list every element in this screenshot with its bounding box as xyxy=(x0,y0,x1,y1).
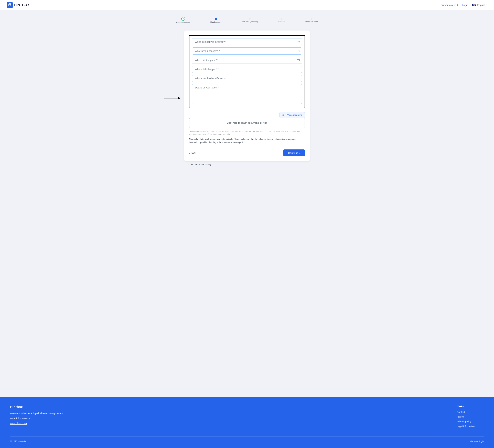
location-field xyxy=(192,66,302,73)
location-input-wrapper[interactable] xyxy=(192,66,302,73)
footer-copyright: © 2023 lawcode xyxy=(10,440,26,443)
step-3-circle xyxy=(249,18,251,20)
login-link[interactable]: Login xyxy=(462,4,468,6)
back-chevron-icon: ‹ xyxy=(189,152,190,154)
step-2-circle xyxy=(215,18,217,20)
footer-links-title: Links xyxy=(457,405,484,408)
svg-rect-2 xyxy=(297,59,299,61)
connector-4 xyxy=(285,19,305,19)
company-field: ▾ Which company is involved? * xyxy=(192,38,302,45)
step-4-label: Consent xyxy=(278,21,285,23)
location-input[interactable] xyxy=(192,66,302,73)
voice-recording-label: + Voice recording xyxy=(285,114,302,116)
language-label: English xyxy=(477,4,485,6)
arrow-line xyxy=(164,98,178,98)
step-5-label: Review & send xyxy=(305,21,318,23)
details-field xyxy=(192,84,302,105)
main-content: ✓ Reconnaissance Create report Your data… xyxy=(0,10,494,397)
footer-brand-link[interactable]: www.hintbox.de xyxy=(10,422,27,425)
step-5-circle xyxy=(311,18,312,20)
connector-3 xyxy=(258,19,278,19)
step-reconnaissance: ✓ Reconnaissance xyxy=(176,17,190,24)
concern-field: ▾ What is your concern? * xyxy=(192,47,302,55)
back-label: Back xyxy=(191,152,196,154)
footer-brand-name: Hintbox xyxy=(10,405,443,409)
submit-report-link[interactable]: Submit a report xyxy=(441,4,458,6)
step-1-label: Reconnaissance xyxy=(176,22,190,24)
connector-2 xyxy=(221,19,242,19)
connector-1 xyxy=(190,19,210,19)
file-types-text: Supported file types: avi, bmp, css, fla… xyxy=(189,130,305,136)
navbar: HINTBOX Submit a report Login English ▾ xyxy=(0,0,494,10)
concern-select[interactable] xyxy=(192,47,302,55)
footer-imprint-link[interactable]: Imprint xyxy=(457,415,484,418)
chevron-down-icon: ▾ xyxy=(486,4,487,6)
form-navigation: ‹ Back Continue › xyxy=(189,148,305,156)
footer-bottom: © 2023 lawcode Manager login xyxy=(10,436,484,443)
step-consent: Consent xyxy=(278,17,285,23)
form-inner-box: ▾ Which company is involved? * ▾ What is… xyxy=(189,35,305,108)
footer-contact-link[interactable]: Contact xyxy=(457,411,484,413)
step-4-circle xyxy=(281,18,282,20)
stepper: ✓ Reconnaissance Create report Your data… xyxy=(3,17,491,24)
footer-privacy-link[interactable]: Privacy policy xyxy=(457,420,484,423)
step-create-report: Create report xyxy=(210,17,221,23)
step-review-send: Review & send xyxy=(305,17,318,23)
footer-brand-desc2: More information at: xyxy=(10,417,443,420)
svg-rect-6 xyxy=(283,114,284,115)
voice-recording-wrapper: + Voice recording xyxy=(189,111,305,118)
file-attach-label: Click here to attach documents or files xyxy=(227,121,267,124)
step-3-label: Your data (optional) xyxy=(242,21,258,23)
continue-label: Continue xyxy=(288,152,298,154)
step-2-label: Create report xyxy=(210,21,221,23)
date-input[interactable] xyxy=(192,57,302,64)
hintbox-logo-icon xyxy=(7,2,13,8)
calendar-icon[interactable] xyxy=(297,58,300,62)
microphone-icon xyxy=(282,114,284,116)
step-your-data: Your data (optional) xyxy=(242,17,258,23)
arrow-indicator xyxy=(164,96,180,100)
voice-recording-button[interactable]: + Voice recording xyxy=(279,112,305,118)
arrow-head xyxy=(178,96,180,100)
details-textarea[interactable] xyxy=(192,84,302,104)
date-field xyxy=(192,57,302,64)
file-note-text: Note: All metadata will be removed autom… xyxy=(189,138,305,144)
form-card: ▾ Which company is involved? * ▾ What is… xyxy=(184,30,310,161)
file-attach-area[interactable]: Click here to attach documents or files xyxy=(189,118,305,128)
concern-select-wrapper[interactable]: ▾ What is your concern? * xyxy=(192,47,302,55)
involved-input-wrapper[interactable] xyxy=(192,75,302,82)
back-button[interactable]: ‹ Back xyxy=(189,152,196,154)
footer-content: Hintbox We use Hintbox as a digital whis… xyxy=(10,405,484,430)
mandatory-note: * This field is mandatory xyxy=(184,163,310,166)
involved-input[interactable] xyxy=(192,75,302,82)
language-selector[interactable]: English ▾ xyxy=(472,4,487,6)
footer-manager-login-link[interactable]: Manager login xyxy=(470,440,484,443)
company-select-wrapper[interactable]: ▾ Which company is involved? * xyxy=(192,38,302,45)
company-select[interactable] xyxy=(192,38,302,45)
date-input-wrapper[interactable] xyxy=(192,57,302,64)
footer: Hintbox We use Hintbox as a digital whis… xyxy=(0,397,494,448)
flag-icon xyxy=(472,4,476,6)
navbar-right: Submit a report Login English ▾ xyxy=(441,4,487,6)
step-1-circle: ✓ xyxy=(181,17,185,21)
footer-legal-link[interactable]: Legal information xyxy=(457,425,484,428)
continue-button[interactable]: Continue › xyxy=(284,149,305,156)
footer-links-column: Links Contact Imprint Privacy policy Leg… xyxy=(457,405,484,430)
logo-text: HINTBOX xyxy=(14,3,29,7)
footer-brand-desc1: We use Hintbox as a digital whistleblowi… xyxy=(10,411,443,415)
involved-field xyxy=(192,75,302,82)
continue-chevron-icon: › xyxy=(299,152,300,154)
logo[interactable]: HINTBOX xyxy=(7,2,29,8)
footer-brand: Hintbox We use Hintbox as a digital whis… xyxy=(10,405,443,430)
